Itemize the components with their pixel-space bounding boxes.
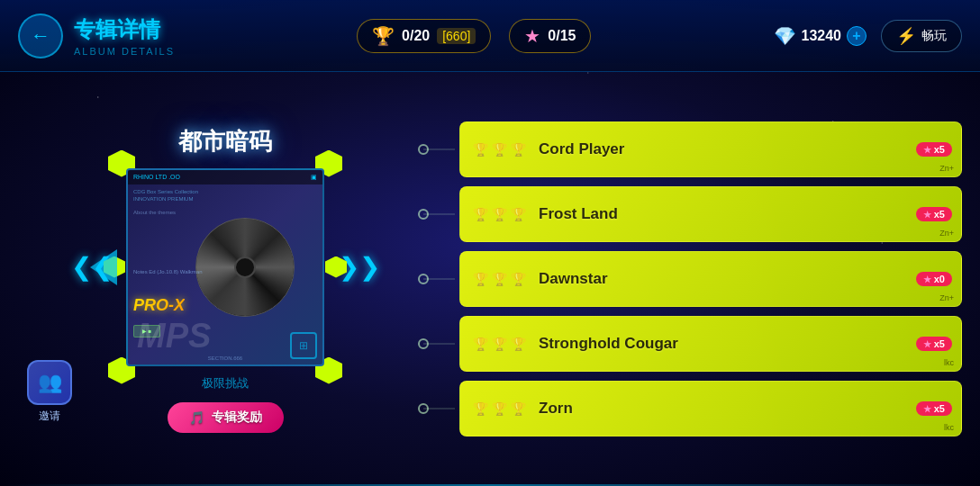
album-card-container: RHINO LTD .OO ▣ CDG Box Series Collectio…: [126, 168, 324, 366]
song-trophies: 🏆🏆🏆: [460, 401, 539, 416]
svg-point-6: [419, 210, 428, 219]
song-item[interactable]: 🏆🏆🏆Zorn★x5lkc: [459, 381, 962, 436]
play-button[interactable]: ⚡ 畅玩: [881, 20, 962, 52]
star-badge: ★x5: [916, 337, 952, 351]
gem-add-button[interactable]: +: [847, 26, 867, 46]
diamond-icon: 💎: [774, 25, 796, 47]
back-icon: ←: [31, 24, 50, 48]
song-corner-tag: lkc: [944, 358, 954, 367]
trophy-icon: 🏆: [511, 272, 526, 286]
gem-display: 💎 13240 +: [774, 25, 867, 47]
album-mps-label: MPS: [137, 317, 211, 356]
song-name: Zorn: [539, 400, 916, 418]
back-button[interactable]: ←: [18, 14, 63, 58]
album-reward-button[interactable]: 🎵 专辑奖励: [168, 402, 284, 433]
header-right: 💎 13240 + ⚡ 畅玩: [774, 20, 963, 52]
trophy-icon: 🏆: [473, 337, 488, 351]
star-icon: ★: [923, 339, 931, 349]
star-icon: ★: [923, 274, 931, 284]
album-section: 都市暗码 ❮❮ RHINO LTD .OO ▣: [0, 126, 450, 433]
header: ← 专辑详情 ALBUM DETAILS 🏆 0/20 [660] ★ 0/15…: [0, 0, 980, 72]
star-badge: ★x5: [916, 401, 952, 416]
svg-point-7: [419, 274, 428, 284]
trophy-icon: 🏆: [473, 401, 488, 416]
header-scores: 🏆 0/20 [660] ★ 0/15: [175, 19, 774, 53]
trophy-score-value: 0/20: [402, 28, 430, 44]
page-title-section: 专辑详情 ALBUM DETAILS: [74, 15, 175, 57]
album-pro-label: PRO-X: [133, 296, 185, 315]
album-about: About the themes: [128, 206, 322, 219]
play-label: 畅玩: [921, 28, 947, 44]
album-extra: Notes Ed (Jo.10.8) Walkman: [133, 269, 202, 274]
star-badge: ★x0: [916, 272, 952, 286]
song-trophies: 🏆🏆🏆: [460, 207, 539, 221]
song-list-wrapper: 🏆🏆🏆Cord Player★x5Zn+🏆🏆🏆Frost Land★x5Zn+🏆…: [450, 112, 980, 446]
trophy-icon: 🏆: [473, 272, 488, 286]
song-item[interactable]: 🏆🏆🏆Dawnstar★x0Zn+: [459, 251, 962, 307]
trophy-icon: 🏆: [492, 337, 507, 351]
trophy-icon: 🏆: [492, 207, 507, 221]
trophy-icon: 🏆: [473, 207, 488, 221]
invite-icon: 👥: [27, 360, 72, 405]
album-cd: [195, 218, 295, 317]
play-triangle: [90, 249, 117, 285]
song-corner-tag: lkc: [944, 423, 954, 432]
album-title: 都市暗码: [178, 126, 272, 158]
album-card: RHINO LTD .OO ▣ CDG Box Series Collectio…: [126, 168, 324, 366]
trophy-icon: 🏆: [511, 207, 526, 221]
svg-point-9: [419, 404, 428, 413]
trophy-score-pill: 🏆 0/20 [660]: [357, 19, 491, 53]
star-icon: ★: [923, 145, 931, 155]
song-name: Frost Land: [539, 205, 916, 223]
reward-label: 专辑奖励: [212, 410, 262, 426]
invite-button[interactable]: 👥 邀请: [27, 360, 72, 424]
song-list: 🏆🏆🏆Cord Player★x5Zn+🏆🏆🏆Frost Land★x5Zn+🏆…: [450, 112, 980, 446]
album-corner-icon: ⊞: [290, 332, 317, 359]
album-inner-header: RHINO LTD .OO ▣: [128, 170, 322, 184]
song-name: Dawnstar: [539, 270, 916, 288]
star-icon: ★: [524, 25, 540, 47]
song-item[interactable]: 🏆🏆🏆Stronghold Cougar★x5lkc: [459, 316, 962, 372]
star-icon: ★: [923, 210, 931, 220]
invite-label: 邀请: [39, 409, 60, 424]
song-corner-tag: Zn+: [939, 229, 954, 238]
trophy-score-max: [660]: [437, 28, 476, 44]
song-corner-tag: Zn+: [939, 293, 954, 302]
trophy-icon: 🏆: [492, 401, 507, 416]
song-name: Stronghold Cougar: [539, 335, 916, 353]
trophy-icon: 🏆: [492, 272, 507, 286]
lightning-icon: ⚡: [896, 26, 916, 46]
svg-point-5: [419, 145, 428, 154]
trophy-icon: 🏆: [511, 337, 526, 351]
trophy-icon: 🏆: [511, 142, 526, 157]
main-content: 都市暗码 ❮❮ RHINO LTD .OO ▣: [0, 72, 980, 486]
song-item[interactable]: 🏆🏆🏆Frost Land★x5Zn+: [459, 186, 962, 242]
song-trophies: 🏆🏆🏆: [460, 142, 539, 157]
star-badge: ★x5: [916, 207, 952, 221]
gem-count: 13240: [802, 28, 842, 44]
star-badge: ★x5: [916, 142, 952, 157]
song-item[interactable]: 🏆🏆🏆Cord Player★x5Zn+: [459, 122, 962, 177]
trophy-icon: 🏆: [372, 25, 395, 47]
song-trophies: 🏆🏆🏆: [460, 337, 539, 351]
trophy-icon: 🏆: [492, 142, 507, 157]
svg-point-8: [419, 339, 428, 348]
section-label: SECTION.666: [208, 356, 242, 361]
page-title-en: ALBUM DETAILS: [74, 46, 175, 57]
star-score-value: 0/15: [548, 28, 576, 44]
star-score-pill: ★ 0/15: [509, 19, 591, 53]
song-name: Cord Player: [539, 140, 916, 158]
page-title-zh: 专辑详情: [74, 15, 175, 44]
trophy-icon: 🏆: [511, 401, 526, 416]
star-icon: ★: [923, 404, 931, 414]
song-trophies: 🏆🏆🏆: [460, 272, 539, 286]
album-display-row: ❮❮ RHINO LTD .OO ▣ CDG Box Seri: [36, 168, 414, 366]
reward-icon: 🎵: [189, 410, 204, 425]
trophy-icon: 🏆: [473, 142, 488, 157]
album-subtitle: 极限挑战: [202, 375, 249, 392]
song-corner-tag: Zn+: [939, 164, 954, 173]
rhino-label: RHINO LTD .OO: [133, 174, 180, 181]
